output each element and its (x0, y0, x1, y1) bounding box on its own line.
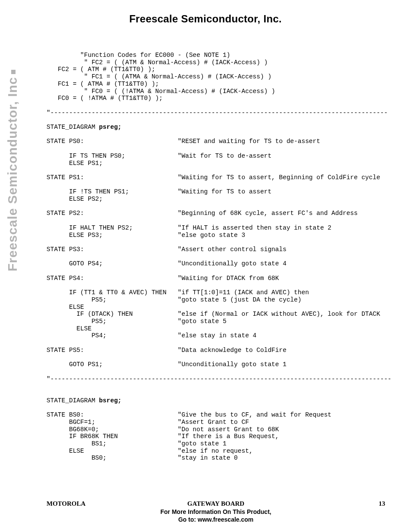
code-block: "Function Codes for EC000 - (See NOTE 1)… (47, 52, 392, 462)
watermark-label: Freescale Semiconductor, Inc (5, 77, 19, 271)
watermark-dot-icon (11, 70, 16, 74)
watermark-text: Freescale Semiconductor, Inc (5, 70, 20, 271)
page-footer: MOTOROLA GATEWAY BOARD 13 For More Infor… (47, 500, 385, 523)
footer-left: MOTOROLA (47, 500, 86, 507)
footer-row: MOTOROLA GATEWAY BOARD 13 (47, 500, 385, 507)
footer-info: For More Information On This Product, Go… (47, 508, 385, 523)
footer-page-number: 13 (379, 500, 385, 507)
footer-center: GATEWAY BOARD (47, 500, 385, 507)
footer-info-line1: For More Information On This Product, (47, 508, 385, 516)
page-title: Freescale Semiconductor, Inc. (0, 13, 411, 25)
footer-info-line2: Go to: www.freescale.com (47, 516, 385, 524)
